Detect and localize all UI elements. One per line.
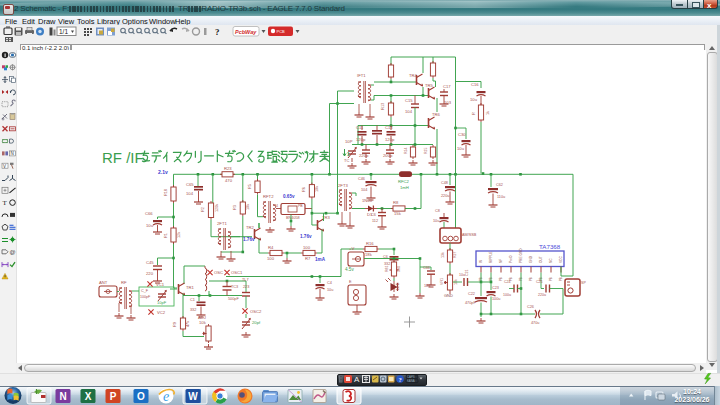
svg-text:X: X: [85, 391, 92, 402]
svg-text:W: W: [188, 391, 198, 402]
svg-text:N: N: [59, 391, 66, 402]
svg-text:O: O: [137, 391, 145, 402]
svg-text:?: ?: [398, 376, 401, 383]
svg-text:P: P: [110, 391, 117, 402]
svg-text:A: A: [354, 375, 360, 384]
svg-text:KANA: KANA: [407, 379, 415, 383]
